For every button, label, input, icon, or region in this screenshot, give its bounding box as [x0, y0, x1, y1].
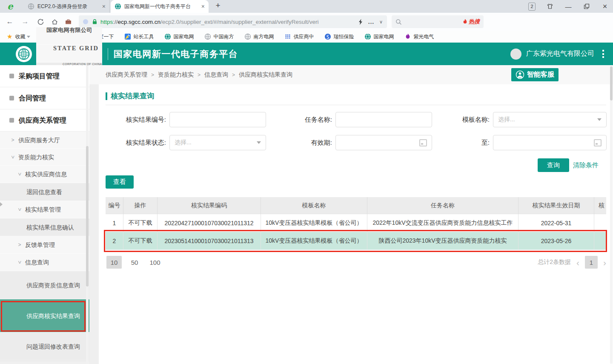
kebab-menu-icon[interactable] — [601, 49, 605, 59]
tab-count-badge[interactable]: 2 — [528, 3, 536, 11]
back-button[interactable]: ← — [3, 13, 16, 31]
bookmark-label: 国家电网 — [373, 33, 394, 40]
tab-close-icon[interactable]: × — [201, 3, 205, 9]
bookmark-item[interactable]: 国家电网 — [164, 33, 194, 40]
sidebar-item[interactable]: >资质能力核实 — [0, 149, 89, 166]
sidebar-item-label: 反馈单管理 — [25, 240, 55, 250]
search-box[interactable]: 热搜 — [392, 15, 484, 28]
filter-select[interactable]: 选择... — [493, 112, 607, 127]
site-favicon-icon — [115, 3, 121, 10]
bookmark-item[interactable]: 紫光电气 — [404, 33, 434, 40]
filter-date-input[interactable] — [493, 135, 607, 150]
breadcrumb-item[interactable]: 供应商关系管理 — [106, 71, 147, 79]
sidebar-item-label: 采购项目管理 — [19, 71, 60, 81]
window-controls: 2 — × — [528, 0, 609, 13]
table-cell: 10kV变压器核实结果模板（省公司） — [261, 232, 367, 250]
page-size-option[interactable]: 100 — [147, 256, 163, 269]
sidebar-item[interactable]: >核实供应商信息 — [0, 166, 89, 183]
sidebar-item[interactable]: >反馈单管理 — [0, 236, 89, 254]
menu-square-icon — [9, 118, 14, 123]
next-page-button[interactable]: › — [603, 258, 606, 267]
table-row[interactable]: 2不可下载20230514100010703002101131310kV变压器核… — [106, 232, 606, 250]
bookmark-item[interactable]: 中国南方 — [204, 33, 234, 40]
page-size-option[interactable]: 50 — [127, 256, 142, 269]
bookmark-item[interactable]: 南方电网 — [244, 33, 274, 40]
minimize-button[interactable]: — — [564, 3, 572, 10]
prev-page-button[interactable]: ‹ — [576, 258, 579, 267]
avatar[interactable] — [510, 49, 521, 60]
filter-date-input[interactable] — [335, 135, 432, 150]
table-cell: 不可下载 — [123, 232, 158, 250]
grid-blue-icon — [284, 33, 291, 40]
site-favicon-icon — [28, 3, 34, 10]
url-text[interactable]: https://ecp.sgcc.com.cn/ecp2.0/supplier_… — [100, 19, 353, 25]
sidebar-item[interactable]: >核实结果管理 — [0, 201, 89, 218]
sidebar-collapse-handle[interactable] — [0, 202, 3, 206]
favorites-star-icon[interactable]: ★ — [7, 33, 12, 40]
filter-input[interactable] — [169, 112, 266, 127]
sidebar-item[interactable]: 供应商核实结果查询 — [0, 299, 89, 332]
service-person-icon — [516, 70, 524, 79]
table-row[interactable]: 1不可下载20220427100010703002101131210kV变压器核… — [106, 214, 606, 232]
forward-button[interactable]: → — [19, 13, 32, 31]
new-tab-button[interactable]: + — [213, 1, 223, 10]
browser-logo-icon[interactable]: e — [5, 1, 15, 11]
theme-shirt-icon[interactable] — [546, 3, 554, 10]
query-button[interactable]: 查询 — [538, 158, 569, 172]
bookmark-item[interactable]: 站长工具 — [124, 33, 154, 40]
more-options-icon[interactable]: … — [368, 20, 375, 23]
sidebar-item[interactable]: 供应商关系管理 — [0, 109, 89, 132]
sidebar-item[interactable]: >信息查询 — [0, 254, 89, 271]
platform-title: 国家电网新一代电子商务平台 — [114, 48, 238, 60]
bookmark-label: 供应商中 — [293, 33, 314, 40]
chevron-down-icon: > — [10, 155, 16, 160]
browser-tab[interactable]: ECP2.0-选择身份登录× — [24, 0, 110, 13]
breadcrumb: 供应商关系管理>资质能力核实>信息查询>供应商核实结果查询 智能客服 — [89, 65, 613, 84]
current-page-button[interactable]: 1 — [585, 256, 598, 269]
lightning-icon[interactable] — [358, 19, 363, 25]
restore-button[interactable] — [583, 3, 590, 10]
view-button[interactable]: 查看 — [106, 175, 134, 189]
clear-filters-link[interactable]: 清除条件 — [573, 161, 599, 169]
sidebar-scrollbar[interactable] — [86, 65, 89, 364]
hot-search-button[interactable]: 热搜 — [463, 18, 480, 26]
address-bar[interactable]: https://ecp.sgcc.com.cn/ecp2.0/supplier_… — [79, 15, 387, 28]
filter-field: 至: — [426, 135, 607, 150]
bookmark-item[interactable]: 供应商中 — [284, 33, 314, 40]
smart-service-button[interactable]: 智能客服 — [511, 68, 559, 81]
calendar-icon[interactable] — [594, 139, 602, 146]
sidebar-item[interactable]: 退回信息查看 — [0, 183, 89, 201]
sidebar-item[interactable]: 核实结果信息确认 — [0, 218, 89, 236]
page-size-option[interactable]: 10 — [106, 256, 122, 269]
sidebar-item[interactable]: 采购项目管理 — [0, 65, 89, 87]
sidebar-item[interactable]: >供应商服务大厅 — [0, 132, 89, 149]
filter-select[interactable]: 选择... — [169, 135, 266, 150]
dropdown-caret-icon[interactable]: ∨ — [379, 19, 383, 25]
page-scrollbar[interactable] — [610, 66, 613, 364]
table-cell — [594, 214, 606, 232]
sidebar-item[interactable]: 合同管理 — [0, 87, 89, 109]
close-window-button[interactable]: × — [601, 3, 609, 10]
company-name[interactable]: 广东紫光电气有限公司 — [526, 49, 594, 58]
search-icon — [395, 19, 402, 25]
globe-gray-icon — [204, 33, 211, 40]
favorites-caret-icon[interactable] — [27, 36, 30, 38]
table-cell: 1 — [106, 214, 123, 232]
sidebar-item[interactable]: 问题退回修改表查询 — [0, 332, 89, 361]
breadcrumb-item[interactable]: 信息查询 — [204, 71, 228, 79]
sidebar-item[interactable]: 供应商资质信息查询 — [0, 271, 89, 299]
site-info-icon[interactable] — [83, 19, 88, 24]
globe-teal-icon — [364, 33, 371, 40]
filter-input[interactable] — [335, 112, 432, 127]
breadcrumb-item[interactable]: 资质能力核实 — [158, 71, 194, 79]
bookmark-item[interactable]: 国家电网 — [364, 33, 394, 40]
favorites-label[interactable]: 收藏 — [15, 33, 25, 40]
bookmark-label: 紫光电气 — [413, 33, 434, 40]
browser-tab[interactable]: 国家电网新一代电子商务平台× — [111, 0, 209, 13]
filter-label: 有效期: — [272, 139, 335, 147]
bookmark-label: 南方电网 — [253, 33, 274, 40]
page-title: 核实结果查询 — [106, 91, 154, 101]
dropdown-caret-icon — [597, 118, 602, 121]
bookmark-item[interactable]: 瑞恒保险 — [324, 33, 354, 40]
tab-close-icon[interactable]: × — [102, 3, 106, 9]
